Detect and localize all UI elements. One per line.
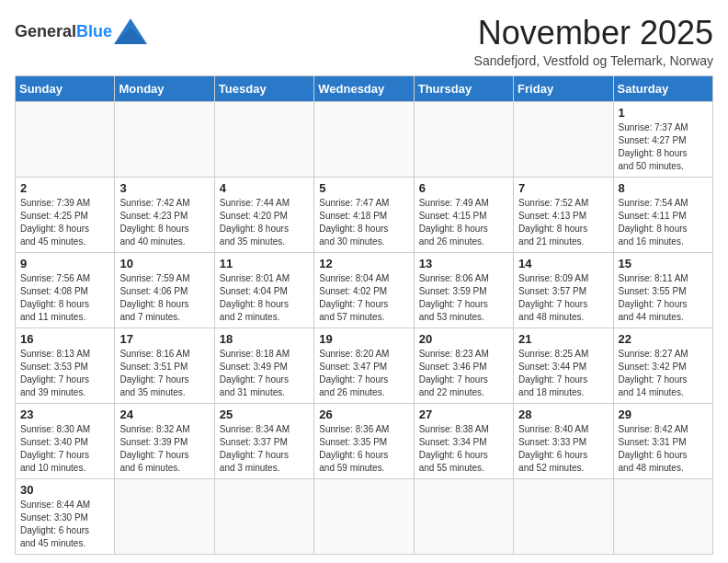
calendar-week-row: 30Sunrise: 8:44 AM Sunset: 3:30 PM Dayli… — [16, 478, 713, 554]
day-info: Sunrise: 8:27 AM Sunset: 3:42 PM Dayligh… — [619, 348, 708, 399]
calendar-cell: 12Sunrise: 8:04 AM Sunset: 4:02 PM Dayli… — [314, 252, 414, 327]
day-info: Sunrise: 8:36 AM Sunset: 3:35 PM Dayligh… — [319, 423, 408, 475]
day-number: 28 — [518, 408, 608, 421]
day-header-sunday: Sunday — [16, 75, 115, 101]
calendar-cell: 25Sunrise: 8:34 AM Sunset: 3:37 PM Dayli… — [214, 403, 313, 478]
day-number: 26 — [319, 408, 408, 421]
calendar-cell: 10Sunrise: 7:59 AM Sunset: 4:06 PM Dayli… — [115, 252, 214, 327]
logo-text: GeneralBlue — [15, 22, 112, 41]
location-subtitle: Sandefjord, Vestfold og Telemark, Norway — [474, 53, 713, 68]
day-info: Sunrise: 8:30 AM Sunset: 3:40 PM Dayligh… — [20, 423, 109, 475]
calendar-table: SundayMondayTuesdayWednesdayThursdayFrid… — [15, 75, 713, 555]
calendar-cell — [115, 101, 214, 177]
calendar-cell — [414, 478, 513, 554]
logo: GeneralBlue — [15, 18, 147, 44]
calendar-cell: 3Sunrise: 7:42 AM Sunset: 4:23 PM Daylig… — [115, 177, 214, 252]
day-info: Sunrise: 7:59 AM Sunset: 4:06 PM Dayligh… — [119, 272, 209, 324]
calendar-cell — [16, 101, 115, 177]
day-header-friday: Friday — [514, 75, 613, 101]
day-header-thursday: Thursday — [414, 75, 513, 101]
day-info: Sunrise: 8:16 AM Sunset: 3:51 PM Dayligh… — [119, 348, 209, 399]
calendar-cell — [414, 101, 513, 177]
day-number: 1 — [619, 106, 708, 120]
day-info: Sunrise: 8:01 AM Sunset: 4:04 PM Dayligh… — [220, 272, 309, 324]
day-number: 9 — [20, 257, 109, 270]
calendar-cell: 16Sunrise: 8:13 AM Sunset: 3:53 PM Dayli… — [16, 327, 115, 403]
calendar-cell: 1Sunrise: 7:37 AM Sunset: 4:27 PM Daylig… — [613, 101, 712, 177]
day-info: Sunrise: 7:56 AM Sunset: 4:08 PM Dayligh… — [20, 272, 109, 324]
day-number: 20 — [419, 332, 508, 346]
calendar-cell: 13Sunrise: 8:06 AM Sunset: 3:59 PM Dayli… — [414, 252, 513, 327]
day-number: 18 — [220, 332, 309, 346]
calendar-cell — [214, 478, 313, 554]
day-number: 14 — [518, 257, 608, 270]
day-info: Sunrise: 8:23 AM Sunset: 3:46 PM Dayligh… — [419, 348, 508, 399]
day-info: Sunrise: 7:44 AM Sunset: 4:20 PM Dayligh… — [220, 197, 309, 248]
day-info: Sunrise: 8:13 AM Sunset: 3:53 PM Dayligh… — [20, 348, 109, 399]
calendar-cell: 27Sunrise: 8:38 AM Sunset: 3:34 PM Dayli… — [414, 403, 513, 478]
day-number: 17 — [119, 332, 209, 346]
day-info: Sunrise: 8:34 AM Sunset: 3:37 PM Dayligh… — [220, 423, 309, 475]
month-title: November 2025 — [474, 15, 713, 52]
svg-marker-1 — [114, 28, 147, 44]
page-header: GeneralBlue November 2025 Sandefjord, Ve… — [15, 15, 713, 68]
day-info: Sunrise: 8:11 AM Sunset: 3:55 PM Dayligh… — [619, 272, 708, 324]
day-number: 23 — [20, 408, 109, 421]
day-info: Sunrise: 8:06 AM Sunset: 3:59 PM Dayligh… — [419, 272, 508, 324]
day-number: 16 — [20, 332, 109, 346]
day-info: Sunrise: 8:09 AM Sunset: 3:57 PM Dayligh… — [518, 272, 608, 324]
day-info: Sunrise: 8:42 AM Sunset: 3:31 PM Dayligh… — [619, 423, 708, 475]
calendar-cell: 19Sunrise: 8:20 AM Sunset: 3:47 PM Dayli… — [314, 327, 414, 403]
calendar-week-row: 2Sunrise: 7:39 AM Sunset: 4:25 PM Daylig… — [16, 177, 713, 252]
day-number: 10 — [119, 257, 209, 270]
calendar-cell: 5Sunrise: 7:47 AM Sunset: 4:18 PM Daylig… — [314, 177, 414, 252]
day-number: 21 — [518, 332, 608, 346]
calendar-cell — [613, 478, 712, 554]
day-number: 25 — [220, 408, 309, 421]
day-number: 6 — [419, 181, 508, 195]
calendar-week-row: 16Sunrise: 8:13 AM Sunset: 3:53 PM Dayli… — [16, 327, 713, 403]
day-info: Sunrise: 8:20 AM Sunset: 3:47 PM Dayligh… — [319, 348, 408, 399]
calendar-cell: 8Sunrise: 7:54 AM Sunset: 4:11 PM Daylig… — [613, 177, 712, 252]
calendar-cell: 26Sunrise: 8:36 AM Sunset: 3:35 PM Dayli… — [314, 403, 414, 478]
day-header-monday: Monday — [115, 75, 214, 101]
calendar-cell — [314, 101, 414, 177]
day-info: Sunrise: 8:18 AM Sunset: 3:49 PM Dayligh… — [220, 348, 309, 399]
day-header-tuesday: Tuesday — [214, 75, 313, 101]
calendar-cell: 23Sunrise: 8:30 AM Sunset: 3:40 PM Dayli… — [16, 403, 115, 478]
calendar-cell: 20Sunrise: 8:23 AM Sunset: 3:46 PM Dayli… — [414, 327, 513, 403]
calendar-week-row: 9Sunrise: 7:56 AM Sunset: 4:08 PM Daylig… — [16, 252, 713, 327]
calendar-cell: 17Sunrise: 8:16 AM Sunset: 3:51 PM Dayli… — [115, 327, 214, 403]
logo-general: General — [15, 22, 76, 40]
logo-blue: Blue — [76, 22, 112, 40]
day-number: 22 — [619, 332, 708, 346]
day-number: 24 — [119, 408, 209, 421]
day-number: 30 — [20, 483, 109, 497]
day-header-wednesday: Wednesday — [314, 75, 414, 101]
day-number: 4 — [220, 181, 309, 195]
day-info: Sunrise: 8:04 AM Sunset: 4:02 PM Dayligh… — [319, 272, 408, 324]
day-info: Sunrise: 7:52 AM Sunset: 4:13 PM Dayligh… — [518, 197, 608, 248]
calendar-cell: 22Sunrise: 8:27 AM Sunset: 3:42 PM Dayli… — [613, 327, 712, 403]
calendar-cell — [514, 101, 613, 177]
day-info: Sunrise: 7:49 AM Sunset: 4:15 PM Dayligh… — [419, 197, 508, 248]
day-info: Sunrise: 7:39 AM Sunset: 4:25 PM Dayligh… — [20, 197, 109, 248]
calendar-cell — [314, 478, 414, 554]
calendar-cell: 21Sunrise: 8:25 AM Sunset: 3:44 PM Dayli… — [514, 327, 613, 403]
day-number: 29 — [619, 408, 708, 421]
calendar-cell — [214, 101, 313, 177]
day-number: 19 — [319, 332, 408, 346]
calendar-cell: 9Sunrise: 7:56 AM Sunset: 4:08 PM Daylig… — [16, 252, 115, 327]
logo-icon — [114, 18, 147, 44]
calendar-cell: 4Sunrise: 7:44 AM Sunset: 4:20 PM Daylig… — [214, 177, 313, 252]
day-info: Sunrise: 8:32 AM Sunset: 3:39 PM Dayligh… — [119, 423, 209, 475]
calendar-cell: 7Sunrise: 7:52 AM Sunset: 4:13 PM Daylig… — [514, 177, 613, 252]
day-info: Sunrise: 7:54 AM Sunset: 4:11 PM Dayligh… — [619, 197, 708, 248]
day-number: 27 — [419, 408, 508, 421]
day-number: 7 — [518, 181, 608, 195]
calendar-week-row: 23Sunrise: 8:30 AM Sunset: 3:40 PM Dayli… — [16, 403, 713, 478]
day-header-saturday: Saturday — [613, 75, 712, 101]
calendar-cell: 30Sunrise: 8:44 AM Sunset: 3:30 PM Dayli… — [16, 478, 115, 554]
calendar-cell: 15Sunrise: 8:11 AM Sunset: 3:55 PM Dayli… — [613, 252, 712, 327]
day-info: Sunrise: 7:47 AM Sunset: 4:18 PM Dayligh… — [319, 197, 408, 248]
